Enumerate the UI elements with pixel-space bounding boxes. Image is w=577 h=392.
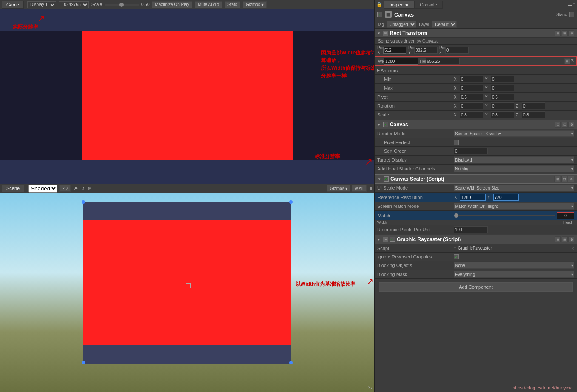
blueprint-btn1[interactable]: ⊞: [564, 58, 570, 64]
2d-btn[interactable]: 2D: [59, 185, 71, 192]
ref-res-x-input[interactable]: [460, 194, 486, 201]
resolution-select[interactable]: 1024×765: [59, 1, 89, 8]
corner-dot-bl: [82, 361, 85, 364]
target-display-value: Display 1: [455, 158, 472, 162]
mute-btn[interactable]: Mute Audio: [195, 1, 222, 8]
pos-z-input[interactable]: [445, 47, 469, 54]
canvas-title: Canvas: [390, 122, 553, 128]
blocking-objects-label: Blocking Objects: [377, 263, 454, 268]
ref-pixels-label: Reference Pixels Per Unit: [377, 227, 454, 232]
add-component-btn[interactable]: Add Component: [379, 282, 573, 292]
display-select[interactable]: Display 1: [27, 1, 56, 8]
raycaster-paste-btn[interactable]: ⊟: [562, 236, 568, 242]
pos-x-input[interactable]: [383, 47, 406, 54]
ref-res-y-label: Y: [487, 195, 492, 200]
render-mode-dropdown[interactable]: Screen Space – Overlay ▾: [454, 130, 574, 137]
shader-channels-value: Nothing: [455, 167, 469, 171]
rot-x[interactable]: [460, 102, 483, 109]
tab-game[interactable]: Game: [2, 1, 24, 9]
scale-x[interactable]: [460, 111, 483, 118]
scaler-paste-btn[interactable]: ⊟: [561, 176, 567, 182]
blocking-objects-dropdown[interactable]: None ▾: [454, 262, 574, 269]
scaler-checkbox[interactable]: ✓: [384, 176, 389, 182]
bottom-url: https://blog.csdn.net/huoyixia: [512, 385, 573, 390]
pixel-perfect-checkbox[interactable]: [454, 140, 459, 145]
rot-y[interactable]: [491, 102, 514, 109]
scaler-menu-btn[interactable]: ⚙: [568, 176, 574, 182]
height-input[interactable]: [426, 58, 460, 65]
match-slider[interactable]: [454, 215, 555, 216]
ignore-reversed-checkbox[interactable]: ✓: [454, 254, 459, 259]
fps-counter: 37: [368, 385, 373, 390]
canvas-paste-btn[interactable]: ⊟: [562, 122, 568, 128]
ref-res-label: Reference Resolution: [378, 195, 454, 200]
ui-scale-mode-arrow: ▾: [571, 186, 573, 190]
minimize-icon: ≡: [370, 2, 372, 7]
canvas-menu-btn[interactable]: ⚙: [568, 122, 574, 128]
anchor-min-label: Min: [377, 77, 454, 82]
pivot-y[interactable]: [491, 94, 514, 100]
anchor-max-y[interactable]: [491, 85, 514, 91]
scale-y[interactable]: [491, 111, 514, 118]
rot-z[interactable]: [522, 102, 545, 109]
all-btn-scene[interactable]: ⊕All: [352, 185, 366, 192]
scene-canvas-outline: [83, 202, 291, 363]
scale-z[interactable]: [522, 111, 545, 118]
gizmos-btn-game[interactable]: Gizmos ▾: [243, 1, 267, 8]
inspector-minimize[interactable]: ▬: [568, 2, 572, 7]
pixel-perfect-label: Pixel Perfect: [377, 140, 454, 145]
pivot-y-label: Y: [485, 95, 490, 99]
shader-channels-dropdown[interactable]: Nothing ▾: [454, 165, 574, 172]
maximize-btn[interactable]: Maximize On Play: [152, 1, 192, 8]
rect-paste-btn[interactable]: ⊟: [562, 30, 568, 36]
anchor-min-y[interactable]: [491, 76, 514, 82]
screen-match-arrow: ▾: [571, 205, 573, 208]
anchors-label: ▶ Anchors: [377, 68, 454, 73]
rect-transform-tools: ⊞ ⊟ ⚙: [555, 30, 574, 36]
canvas-header[interactable]: ▼ ✓ Canvas ⊞ ⊟ ⚙: [375, 120, 577, 129]
static-checkbox[interactable]: [569, 12, 574, 17]
pivot-x[interactable]: [460, 94, 483, 100]
canvas-scaler-title: Canvas Scaler (Script): [390, 176, 553, 182]
anchor-min-x[interactable]: [460, 76, 483, 82]
screen-match-dropdown[interactable]: Match Width Or Height ▾: [454, 203, 574, 210]
scaler-copy-btn[interactable]: ⊞: [554, 176, 560, 182]
game-viewport: [0, 9, 374, 184]
ref-pixels-input[interactable]: [454, 226, 488, 233]
target-display-dropdown[interactable]: Display 1 ▾: [454, 156, 574, 163]
tab-scene[interactable]: Scene: [2, 185, 24, 192]
shaded-select[interactable]: Shaded: [28, 185, 57, 193]
tag-select[interactable]: Untagged: [387, 21, 416, 28]
object-active-checkbox[interactable]: ✓: [377, 12, 382, 17]
rect-copy-btn[interactable]: ⊞: [555, 30, 561, 36]
raycaster-copy-btn[interactable]: ⊞: [555, 236, 561, 242]
raycaster-checkbox[interactable]: ✓: [390, 237, 395, 242]
canvas-scaler-header[interactable]: ▼ ✓ Canvas Scaler (Script) ⊞ ⊟ ⚙: [375, 174, 577, 184]
gizmos-btn-scene[interactable]: Gizmos ▾: [327, 185, 351, 192]
tab-inspector[interactable]: Inspector: [384, 1, 414, 9]
raycaster-menu-btn[interactable]: ⚙: [568, 236, 574, 242]
anchor-max-x[interactable]: [460, 85, 483, 91]
ref-res-y-input[interactable]: [493, 194, 519, 201]
blocking-mask-dropdown[interactable]: Everything ▾: [454, 271, 574, 278]
rect-menu-btn[interactable]: ⚙: [568, 30, 574, 36]
tag-layer-row: Tag Untagged Layer Default: [375, 20, 577, 29]
scale-slider[interactable]: [105, 4, 139, 6]
inspector-lock-icon: 🔒: [376, 2, 382, 7]
pos-row: Pos X Pos Y Pos Z: [375, 45, 577, 56]
width-input[interactable]: [384, 58, 418, 65]
corner-dot-tr: [289, 200, 293, 204]
canvas-checkbox[interactable]: ✓: [383, 122, 388, 127]
rect-transform-header[interactable]: ▼ ⊞ Rect Transform ⊞ ⊟ ⚙: [375, 29, 577, 38]
layer-select[interactable]: Default: [432, 21, 457, 28]
pos-y-input[interactable]: [414, 47, 438, 54]
match-value-input[interactable]: [557, 212, 574, 219]
sort-order-input[interactable]: [454, 148, 488, 154]
inspector-maximize[interactable]: □: [573, 2, 575, 7]
raycaster-header[interactable]: ▼ ≡ ✓ Graphic Raycaster (Script) ⊞ ⊟ ⚙: [375, 235, 577, 244]
render-mode-arrow: ▾: [571, 132, 573, 136]
tab-console[interactable]: Console: [414, 1, 442, 9]
ui-scale-mode-dropdown[interactable]: Scale With Screen Size ▾: [454, 185, 574, 191]
stats-btn[interactable]: Stats: [225, 1, 240, 8]
canvas-copy-btn[interactable]: ⊞: [555, 122, 561, 128]
